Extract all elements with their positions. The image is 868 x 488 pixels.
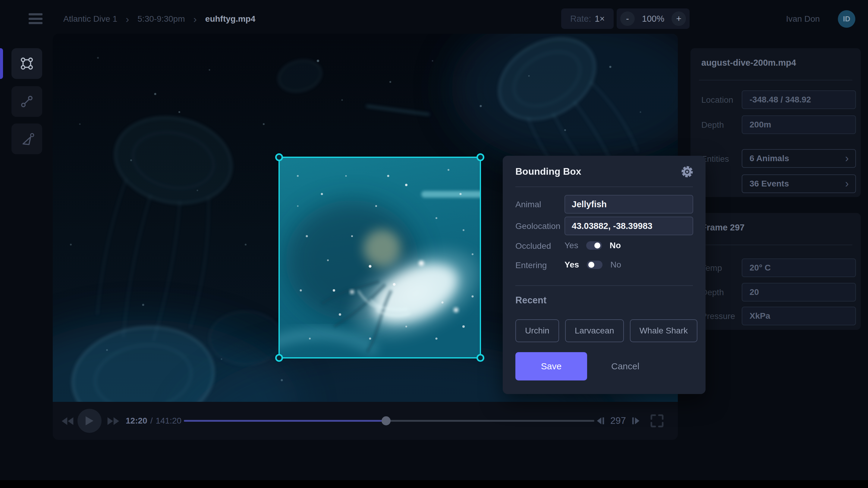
frame-title: Frame 297 (701, 223, 745, 233)
next-frame-icon[interactable] (631, 417, 641, 425)
occluded-no-option[interactable]: No (610, 241, 621, 250)
pressure-value: XkPa (742, 307, 856, 325)
frame-stepper: 297 (595, 402, 641, 440)
location-label: Location (701, 95, 733, 105)
previous-frame-icon[interactable] (595, 417, 606, 425)
breadcrumb-item-session[interactable]: 5:30-9:30pm (137, 14, 185, 24)
fullscreen-icon[interactable] (650, 413, 664, 428)
chevron-right-icon: › (193, 14, 197, 24)
rate-value: 1× (595, 14, 604, 24)
time-separator: / (150, 416, 153, 426)
save-button[interactable]: Save (516, 352, 587, 381)
annotation-bounding-box[interactable] (278, 157, 481, 358)
location-value: -348.48 / 348.92 (742, 90, 856, 109)
top-bar: Atlantic Dive 1 › 5:30-9:30pm › euhftyg.… (0, 0, 868, 38)
entering-no-option[interactable]: No (610, 260, 621, 270)
player-controls: 12:20 / 141:20 297 (53, 402, 678, 440)
zoom-control: - 100% + (617, 8, 689, 29)
bbox-handle-top-left[interactable] (275, 153, 283, 161)
seek-bar[interactable] (184, 420, 594, 422)
measure-line-tool-button[interactable] (11, 86, 42, 117)
frame-depth-value: 20 (742, 283, 856, 301)
user-name: Ivan Don (786, 0, 820, 38)
pressure-label: Pressure (701, 312, 735, 321)
hamburger-menu-icon[interactable] (29, 13, 42, 24)
video-metadata-card: august-dive-200m.mp4 Location -348.48 / … (690, 48, 861, 197)
zoom-level: 100% (642, 14, 664, 24)
time-current: 12:20 (126, 416, 147, 426)
cancel-button[interactable]: Cancel (603, 352, 648, 381)
angle-tool-button[interactable] (11, 124, 42, 154)
bbox-handle-bottom-right[interactable] (476, 354, 484, 362)
animal-label: Animal (516, 200, 541, 209)
entering-toggle-row: Yes No (564, 260, 621, 270)
depth-value: 200m (742, 116, 856, 134)
avatar[interactable]: ID (838, 10, 855, 28)
rewind-icon[interactable] (61, 417, 74, 426)
recent-chip-urchin[interactable]: Urchin (516, 319, 559, 342)
bounding-box-icon (19, 56, 35, 72)
time-display: 12:20 / 141:20 (126, 402, 181, 440)
depth-label: Depth (701, 120, 724, 130)
time-total: 141:20 (156, 416, 181, 426)
recent-chip-whale-shark[interactable]: Whale Shark (630, 319, 698, 342)
events-button[interactable]: 36 Events › (742, 174, 856, 193)
toggle-knob (594, 242, 600, 249)
toggle-knob (588, 262, 594, 268)
bottom-letterbox (0, 480, 868, 488)
settings-gear-icon[interactable] (681, 165, 693, 178)
bbox-handle-bottom-left[interactable] (275, 354, 283, 362)
recent-chips: Urchin Larvacean Whale Shark (516, 319, 698, 342)
recent-heading: Recent (516, 295, 547, 306)
bounding-box-tool-button[interactable] (11, 48, 42, 79)
breadcrumb-item-project[interactable]: Atlantic Dive 1 (63, 14, 117, 24)
bounding-box-modal: Bounding Box Animal Jellyfish Geolocatio… (503, 156, 706, 394)
frame-metadata-card: Frame 297 Temp 20° C Depth 20 Pressure X… (690, 213, 861, 330)
entering-toggle[interactable] (587, 261, 602, 269)
chevron-right-icon: › (845, 178, 849, 189)
animal-input[interactable]: Jellyfish (564, 195, 693, 214)
play-button[interactable] (78, 409, 101, 433)
recent-chip-larvacean[interactable]: Larvacean (565, 319, 624, 342)
divider (699, 80, 852, 80)
bounding-box-highlight (280, 158, 480, 357)
events-count: 36 Events (749, 179, 789, 189)
modal-title: Bounding Box (516, 166, 581, 177)
entering-yes-option[interactable]: Yes (564, 260, 579, 270)
occluded-toggle[interactable] (586, 241, 602, 250)
occluded-toggle-row: Yes No (564, 241, 621, 250)
video-filename: august-dive-200m.mp4 (701, 58, 796, 68)
play-icon (85, 416, 94, 426)
bbox-handle-top-right[interactable] (476, 153, 484, 161)
chevron-right-icon: › (126, 14, 129, 24)
animals-count: 6 Animals (749, 154, 789, 163)
divider (699, 245, 852, 245)
seek-bar-fill (184, 420, 386, 422)
occluded-label: Occluded (516, 241, 551, 251)
chevron-right-icon: › (845, 153, 849, 164)
breadcrumb-item-file[interactable]: euhftyg.mp4 (205, 14, 255, 24)
angle-icon (19, 131, 35, 147)
entering-label: Entering (516, 261, 547, 270)
zoom-out-button[interactable]: - (620, 11, 635, 26)
geolocation-label: Geolocation (516, 221, 560, 231)
seek-bar-handle[interactable] (381, 416, 391, 425)
geolocation-input[interactable]: 43.03882, -38.39983 (564, 217, 693, 235)
animals-button[interactable]: 6 Animals › (742, 149, 856, 168)
playback-rate-control[interactable]: Rate: 1× (561, 8, 614, 29)
temp-value: 20° C (742, 258, 856, 277)
occluded-yes-option[interactable]: Yes (564, 241, 578, 250)
divider (516, 187, 693, 187)
fast-forward-icon[interactable] (106, 417, 120, 426)
breadcrumb: Atlantic Dive 1 › 5:30-9:30pm › euhftyg.… (63, 0, 255, 38)
frame-number: 297 (610, 415, 626, 426)
divider (516, 285, 693, 286)
rate-label: Rate: (570, 14, 591, 24)
active-tool-indicator (0, 48, 3, 79)
line-measure-icon (19, 93, 35, 110)
zoom-in-button[interactable]: + (672, 11, 686, 26)
